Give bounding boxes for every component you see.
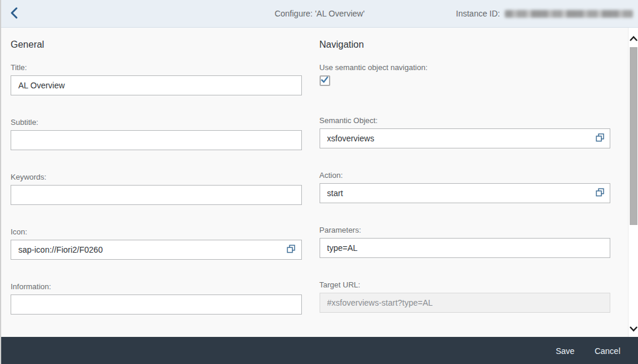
keywords-input[interactable]	[11, 185, 302, 205]
scroll-up-button[interactable]	[629, 32, 638, 44]
action-field: Action:	[320, 171, 611, 203]
action-input[interactable]	[320, 183, 611, 203]
icon-field: Icon:	[11, 227, 302, 260]
title-input[interactable]	[11, 75, 302, 95]
parameters-input[interactable]	[320, 238, 611, 258]
subtitle-field: Subtitle:	[11, 118, 302, 150]
dialog-content: General Title: Subtitle: Keywords:	[1, 28, 638, 337]
icon-input[interactable]	[11, 240, 302, 260]
parameters-label: Parameters:	[320, 226, 611, 234]
target-url-input	[320, 293, 611, 313]
title-label: Title:	[11, 63, 302, 72]
checkmark-icon	[321, 75, 328, 86]
semantic-object-label: Semantic Object:	[320, 116, 611, 125]
scrollbar-thumb[interactable]	[630, 47, 637, 225]
parameters-field: Parameters:	[320, 226, 611, 258]
information-label: Information:	[11, 282, 302, 291]
information-input[interactable]	[11, 294, 302, 315]
action-value-help-button[interactable]	[594, 188, 605, 198]
back-icon	[9, 6, 20, 21]
navigation-heading: Navigation	[320, 39, 611, 50]
scroll-down-button[interactable]	[629, 323, 638, 335]
general-heading: General	[11, 39, 302, 50]
instance-id-group: Instance ID:	[456, 9, 633, 18]
target-url-field: Target URL:	[320, 280, 611, 313]
semantic-object-input[interactable]	[320, 128, 611, 148]
dialog-title: Configure: 'AL Overview'	[275, 9, 365, 18]
subtitle-label: Subtitle:	[11, 118, 302, 127]
instance-id-label: Instance ID:	[456, 9, 500, 18]
title-field: Title:	[11, 63, 302, 95]
section-general: General Title: Subtitle: Keywords:	[11, 37, 302, 337]
keywords-field: Keywords:	[11, 173, 302, 205]
subtitle-input[interactable]	[11, 130, 302, 150]
back-button[interactable]	[1, 0, 27, 27]
semantic-object-value-help-button[interactable]	[594, 133, 605, 144]
semantic-object-field: Semantic Object:	[320, 116, 611, 148]
information-field: Information:	[11, 282, 302, 315]
vertical-scrollbar	[628, 28, 638, 337]
dialog-header: Configure: 'AL Overview' Instance ID:	[1, 0, 638, 28]
value-help-icon	[287, 244, 295, 255]
use-semantic-object-checkbox[interactable]	[320, 75, 330, 86]
icon-label: Icon:	[11, 227, 302, 236]
dialog-footer-bar: Save Cancel	[1, 337, 638, 364]
semantic-navigation-field: Use semantic object navigation:	[320, 63, 611, 86]
cancel-button[interactable]: Cancel	[587, 343, 627, 359]
keywords-label: Keywords:	[11, 173, 302, 181]
section-navigation: Navigation Use semantic object navigatio…	[320, 37, 611, 337]
value-help-icon	[596, 133, 604, 144]
icon-value-help-button[interactable]	[286, 244, 297, 255]
configure-tile-dialog: Configure: 'AL Overview' Instance ID: Ge…	[0, 0, 638, 364]
chevron-up-icon	[630, 34, 637, 43]
use-semantic-object-label: Use semantic object navigation:	[320, 63, 611, 72]
save-button[interactable]: Save	[548, 343, 581, 359]
action-label: Action:	[320, 171, 611, 180]
target-url-label: Target URL:	[320, 280, 611, 289]
value-help-icon	[596, 188, 604, 198]
chevron-down-icon	[630, 325, 637, 333]
instance-id-redacted-value	[505, 10, 633, 18]
